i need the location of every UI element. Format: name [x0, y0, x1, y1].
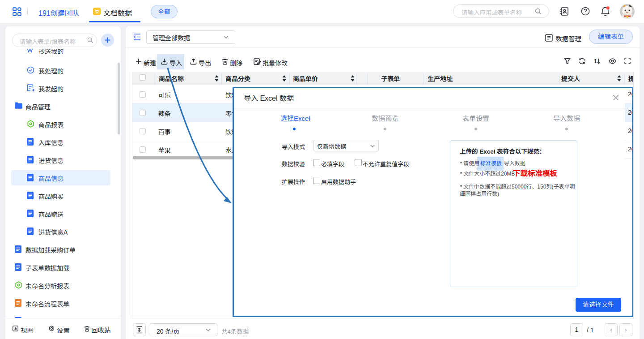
svg-text:1: 1	[594, 58, 597, 64]
